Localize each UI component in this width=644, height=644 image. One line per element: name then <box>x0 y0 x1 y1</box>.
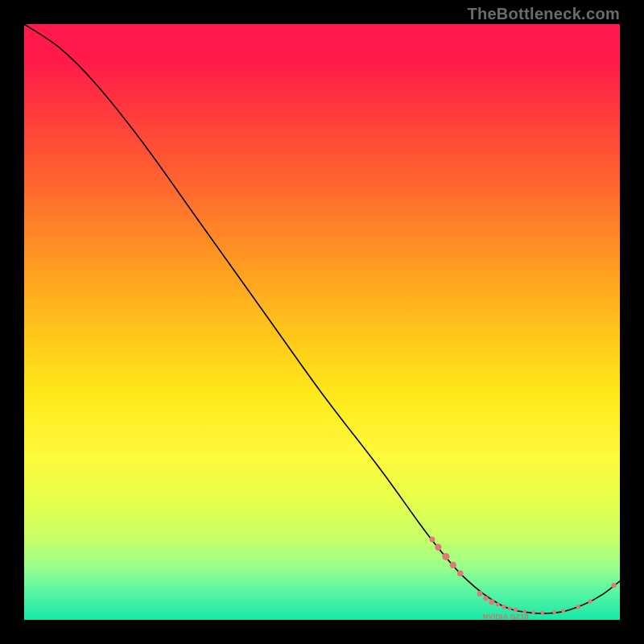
data-point <box>489 599 494 605</box>
data-point <box>576 605 580 609</box>
data-point <box>588 599 592 603</box>
chart-svg <box>24 24 620 620</box>
data-point <box>540 611 544 615</box>
data-point <box>496 602 500 606</box>
data-point <box>531 610 535 614</box>
data-point <box>514 608 518 612</box>
data-point <box>477 591 483 597</box>
data-point <box>457 570 464 576</box>
data-point <box>508 607 512 611</box>
data-point <box>483 596 488 601</box>
data-point <box>561 609 565 613</box>
data-point <box>502 605 506 609</box>
data-point <box>429 537 435 543</box>
data-point <box>611 583 616 588</box>
plot-area: NVIDIA G210 <box>24 24 620 620</box>
data-point <box>442 553 449 560</box>
data-point <box>435 544 441 551</box>
data-point <box>450 562 456 568</box>
bottleneck-curve <box>24 24 620 613</box>
watermark-text: TheBottleneck.com <box>467 5 620 23</box>
chart-stage: TheBottleneck.com NVIDIA G210 <box>0 0 644 644</box>
data-point <box>552 610 556 614</box>
series-label: NVIDIA G210 <box>483 613 529 621</box>
